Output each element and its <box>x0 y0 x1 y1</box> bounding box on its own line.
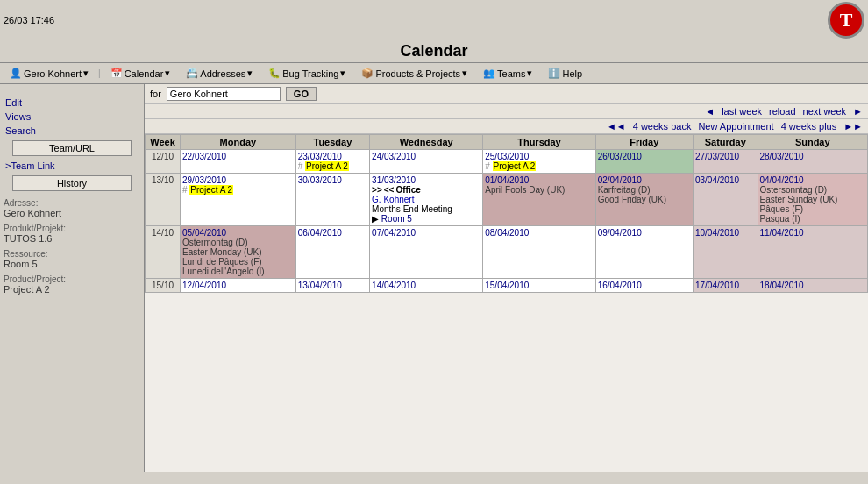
holiday-text: Ostermontag (D)Easter Monday (UK)Lundi d… <box>182 238 265 276</box>
nav-calendar[interactable]: 📅 Calendar ▾ <box>104 65 177 82</box>
hash-symbol: # <box>182 185 188 195</box>
page-title: Calendar <box>0 40 868 62</box>
office-label[interactable]: Office <box>395 185 420 195</box>
day-date-link[interactable]: 18/04/2010 <box>760 281 804 290</box>
day-date-link[interactable]: 25/03/2010 <box>485 152 529 161</box>
office-direction-left: >> <box>372 185 382 195</box>
day-date-link[interactable]: 13/04/2010 <box>298 281 342 290</box>
event-label[interactable]: Project A 2 <box>493 161 537 171</box>
reload-link[interactable]: reload <box>769 106 796 117</box>
room-arrow-icon: ▶ <box>372 214 379 224</box>
holiday-text: April Fools Day (UK) <box>485 185 565 195</box>
day-date-link[interactable]: 01/04/2010 <box>485 175 529 185</box>
sidebar-history[interactable]: History <box>12 175 132 191</box>
day-cell-weekend: 10/04/2010 <box>693 226 758 279</box>
day-date-link[interactable]: 03/04/2010 <box>695 175 739 185</box>
new-appointment-link[interactable]: New Appointment <box>698 121 773 132</box>
hash-symbol: # <box>298 161 303 171</box>
nav-products[interactable]: 📦 Products & Projects ▾ <box>355 65 473 82</box>
sidebar-product-project: Product/Project: Project A 2 <box>4 274 140 295</box>
day-date-link[interactable]: 14/04/2010 <box>372 281 416 290</box>
bug-icon: 🐛 <box>268 68 281 79</box>
day-date-link[interactable]: 06/04/2010 <box>298 228 342 238</box>
left-arrow[interactable]: ◄ <box>705 106 715 117</box>
for-label: for <box>150 89 161 99</box>
nav-bug-tracking[interactable]: 🐛 Bug Tracking ▾ <box>262 65 352 82</box>
sidebar-edit[interactable]: Edit <box>4 96 140 109</box>
day-cell-weekend: 28/03/2010 <box>758 150 868 174</box>
room-link[interactable]: Room 5 <box>381 214 412 224</box>
user-icon: 👤 <box>10 68 22 79</box>
day-cell: 08/04/2010 <box>483 226 595 279</box>
day-date-link[interactable]: 24/03/2010 <box>372 152 416 161</box>
day-date-link[interactable]: 16/04/2010 <box>598 281 642 290</box>
day-date-link[interactable]: 17/04/2010 <box>695 281 739 290</box>
main-layout: Edit Views Search Team/URL >Team Link Hi… <box>0 84 868 472</box>
day-cell: 14/04/2010 <box>370 279 483 293</box>
week-cell: 15/10 <box>146 279 181 293</box>
event-label[interactable]: Project A 2 <box>189 185 233 195</box>
sidebar-team-url[interactable]: Team/URL <box>12 140 132 156</box>
day-cell-holiday: 02/04/2010 Karfreitag (D)Good Friday (UK… <box>595 174 693 226</box>
day-date-link[interactable]: 08/04/2010 <box>485 228 529 238</box>
office-header: >> << Office <box>372 185 480 195</box>
nav-addresses[interactable]: 📇 Addresses ▾ <box>180 65 259 82</box>
day-cell: 07/04/2010 <box>370 226 483 279</box>
event-label[interactable]: Project A 2 <box>305 161 349 171</box>
four-weeks-plus-link[interactable]: 4 weeks plus <box>781 121 837 132</box>
nav-help[interactable]: ℹ️ Help <box>542 65 588 82</box>
day-date-link[interactable]: 29/03/2010 <box>182 175 226 185</box>
right-arrow-2[interactable]: ►► <box>843 121 863 132</box>
day-date-link[interactable]: 23/03/2010 <box>298 152 342 161</box>
sidebar-views[interactable]: Views <box>4 110 140 123</box>
nav-teams[interactable]: 👥 Teams ▾ <box>477 65 538 82</box>
day-date-link[interactable]: 09/04/2010 <box>598 228 642 238</box>
day-date-link[interactable]: 12/04/2010 <box>182 281 226 290</box>
holiday-text: Ostersonntag (D)Easter Sunday (UK)Pâques… <box>760 185 838 224</box>
day-cell-weekend: 27/03/2010 <box>693 150 758 174</box>
day-cell: 25/03/2010 # Project A 2 <box>483 150 595 174</box>
office-room: ▶ Room 5 <box>372 214 480 224</box>
next-week-link[interactable]: next week <box>803 106 847 117</box>
week-cell: 12/10 <box>146 150 181 174</box>
day-date-link[interactable]: 11/04/2010 <box>760 228 804 238</box>
sidebar-produkt: Produkt/Projekt: TUTOS 1.6 <box>4 224 140 244</box>
day-cell: 22/03/2010 <box>181 150 296 174</box>
day-date-link[interactable]: 02/04/2010 <box>598 175 642 185</box>
day-date-link[interactable]: 28/03/2010 <box>760 152 804 161</box>
day-cell-today: 26/03/2010 <box>595 150 693 174</box>
left-arrow-2[interactable]: ◄◄ <box>607 121 626 132</box>
sidebar-team-link[interactable]: >Team Link <box>4 160 140 172</box>
col-saturday: Saturday <box>693 135 758 150</box>
go-button[interactable]: GO <box>286 87 317 101</box>
holiday-text: Karfreitag (D)Good Friday (UK) <box>598 185 666 204</box>
day-date-link[interactable]: 27/03/2010 <box>695 152 739 161</box>
right-arrow[interactable]: ► <box>853 106 863 117</box>
content-area: for GO ◄ last week reload next week ► ◄◄… <box>145 84 868 472</box>
day-cell-weekend: 17/04/2010 <box>693 279 758 293</box>
day-cell: 31/03/2010 >> << Office G. Kohnert Month… <box>370 174 483 226</box>
day-date-link[interactable]: 31/03/2010 <box>372 175 416 185</box>
day-date-link[interactable]: 22/03/2010 <box>182 152 226 161</box>
day-cell: 09/04/2010 <box>595 226 693 279</box>
last-week-link[interactable]: last week <box>722 106 762 117</box>
day-date-link[interactable]: 05/04/2010 <box>182 228 226 238</box>
day-cell-weekend: 18/04/2010 <box>758 279 868 293</box>
col-friday: Friday <box>595 135 693 150</box>
office-user: G. Kohnert <box>372 195 480 204</box>
four-weeks-back-link[interactable]: 4 weeks back <box>633 121 692 132</box>
day-date-link[interactable]: 04/04/2010 <box>760 175 804 185</box>
day-cell: 30/03/2010 <box>295 174 369 226</box>
table-row: 14/10 05/04/2010 Ostermontag (D)Easter M… <box>146 226 868 279</box>
sidebar-ressource: Ressource: Room 5 <box>4 249 140 269</box>
day-date-link[interactable]: 26/03/2010 <box>598 152 642 161</box>
day-date-link[interactable]: 10/04/2010 <box>695 228 739 238</box>
day-date-link[interactable]: 07/04/2010 <box>372 228 416 238</box>
office-title: Months End Meeting <box>372 204 480 214</box>
for-input[interactable] <box>167 87 281 101</box>
day-date-link[interactable]: 15/04/2010 <box>485 281 529 290</box>
datetime: 26/03 17:46 <box>4 15 54 25</box>
sidebar-search[interactable]: Search <box>4 125 140 137</box>
nav-user[interactable]: 👤 Gero Kohnert ▾ <box>4 65 95 82</box>
day-date-link[interactable]: 30/03/2010 <box>298 175 342 185</box>
